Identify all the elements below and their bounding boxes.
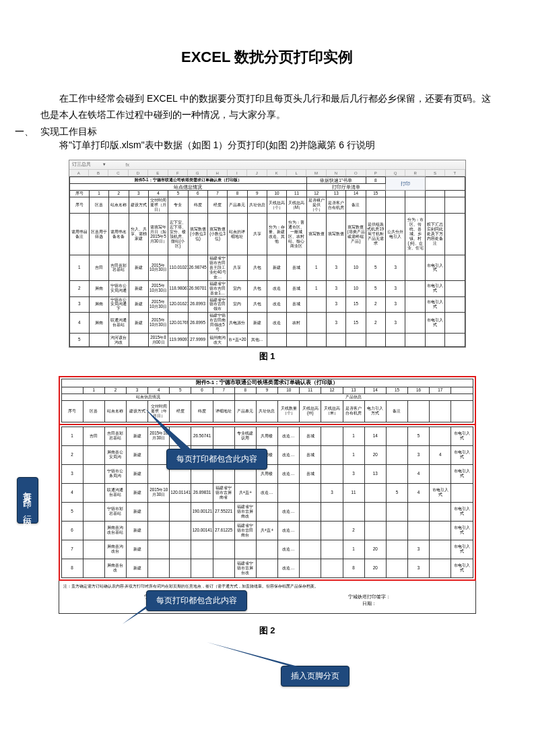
excel-column-letters: ABCDEFGHIJKLMNOPQRST	[69, 170, 465, 177]
fig1-caption: 图 1	[40, 350, 494, 363]
callout-left: 每页打印8行内容	[17, 477, 38, 524]
fig2-header-redbox: 附件5-1：宁德市联通公司铁塔类需求订单确认表（打印版） 12345678910…	[59, 376, 476, 425]
section-label: 实现工作目标	[40, 126, 97, 138]
intro-paragraph: 在工作中经常会碰到 EXCEL 中的数据要分页打印且每页头几行和最后几行都必乡保…	[40, 91, 494, 123]
section-number: 一、	[8, 126, 40, 138]
figure-1: 订三总共 ▾ fx ABCDEFGHIJKLMNOPQRST 附件5-1：宁德市…	[40, 160, 494, 363]
fig2-footer: 注：盖方确定需方订站确认表内容·并双方打印对所有词均在彩页期的任意地点，签订（需…	[59, 581, 476, 614]
doc-title: EXCEL 数扰分页打印实例	[40, 47, 494, 67]
fig2-caption: 图 2	[40, 625, 494, 637]
callout-header-repeat: 每页打印都包含此内容	[166, 449, 267, 470]
callout-insert-footer: 插入页脚分页	[281, 666, 349, 687]
callout-footer-repeat: 每页打印都包含此内容	[146, 590, 247, 611]
excel-formula-bar: 订三总共 ▾ fx	[69, 160, 465, 170]
figure-2: 附件5-1：宁德市联通公司铁塔类需求订单确认表（打印版） 12345678910…	[40, 376, 494, 637]
fig1-table: 附件5-1：宁德市联通公司铁塔类需求订单确认表（打印版） 依据快速1"书单 8 …	[69, 177, 465, 347]
section-body: 将"订单打印版.xlsm"表中数据（如图 1）分页打印(如图 2)并隐藏第 6 …	[40, 139, 494, 152]
fig2-body-redbox: 1吉田吉田县彩岩基站新建2015年10月30日26.56741专业线建议用共用楼…	[59, 424, 476, 581]
